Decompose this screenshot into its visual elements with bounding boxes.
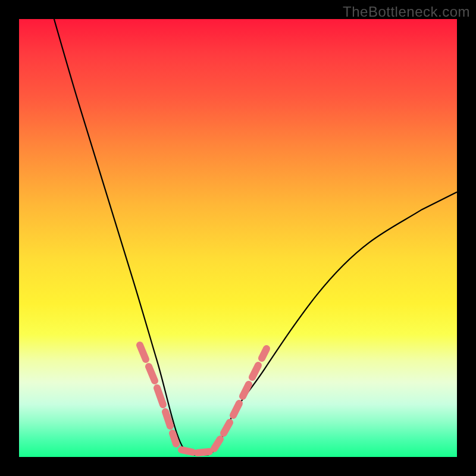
- svg-line-5: [181, 450, 193, 452]
- svg-line-10: [243, 384, 249, 396]
- svg-line-6: [198, 452, 209, 453]
- chart-svg: [19, 19, 457, 457]
- watermark-text: TheBottleneck.com: [343, 4, 470, 20]
- chart-plot-area: [19, 19, 457, 457]
- svg-line-1: [149, 367, 155, 381]
- svg-line-4: [173, 433, 176, 444]
- svg-line-2: [157, 388, 163, 405]
- optimal-range-markers: [140, 345, 267, 453]
- svg-line-7: [214, 439, 220, 449]
- svg-line-11: [252, 365, 258, 377]
- svg-line-8: [224, 422, 230, 433]
- svg-line-0: [140, 345, 146, 359]
- svg-line-9: [233, 403, 239, 415]
- bottleneck-curve: [54, 19, 457, 455]
- svg-line-3: [165, 412, 170, 426]
- svg-line-12: [262, 349, 267, 358]
